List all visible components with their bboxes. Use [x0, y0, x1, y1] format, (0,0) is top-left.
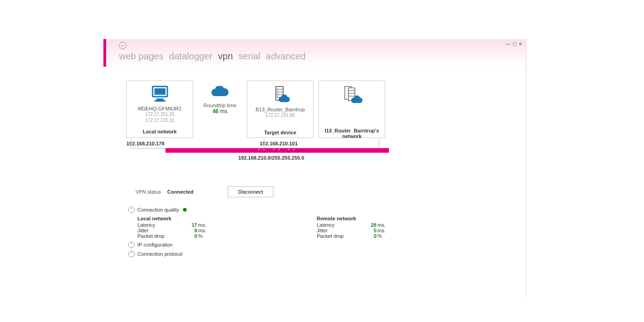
- svg-point-11: [277, 96, 278, 97]
- computer-icon: [150, 86, 170, 103]
- svg-rect-3: [154, 100, 165, 102]
- back-button[interactable]: ←: [119, 42, 126, 49]
- section-connection-quality[interactable]: ˄ Connection quality: [128, 207, 507, 213]
- local-node-label: Local network: [127, 129, 193, 134]
- local-drop-value: 0: [183, 233, 197, 239]
- remote-jitter-label: Jitter: [317, 228, 363, 233]
- rtt-number: 46: [212, 108, 218, 115]
- local-latency-label: Latency: [137, 222, 183, 228]
- disconnect-button[interactable]: Disconnect: [228, 186, 274, 197]
- rtt-label: Roundtrip time: [198, 103, 242, 108]
- vpn-status-row: VPN status Connected Disconnect: [136, 186, 507, 197]
- remote-latency-label: Latency: [317, 222, 363, 228]
- quality-status-dot-icon: [183, 208, 187, 212]
- target-node-label: Target device: [247, 130, 313, 135]
- cloud-icon: [211, 86, 230, 99]
- vpn-diagram: MDEHQ-GFM43R1 172.17.251.25 172.17.131.3…: [122, 80, 507, 172]
- remote-node-label: I13_Router_Barntrup's network: [319, 128, 385, 139]
- svg-rect-1: [154, 88, 165, 95]
- vpn-status-value: Connected: [167, 189, 194, 195]
- quality-local-column: Local network Latency17 ms. Jitter8 ms. …: [137, 216, 234, 239]
- section-ip-configuration[interactable]: ˅ IP configuration: [128, 242, 507, 248]
- local-node-name: MDEHQ-GFM43R1: [127, 106, 193, 111]
- content-area: MDEHQ-GFM43R1 172.17.251.25 172.17.131.3…: [103, 67, 526, 257]
- rtt-block: Roundtrip time 46 ms: [198, 80, 242, 115]
- maximize-button[interactable]: ▢: [513, 42, 517, 46]
- subnet-label: 192.168.210.0/255.255.255.0: [122, 155, 421, 161]
- remote-node: I13_Router_Barntrup's network: [319, 80, 385, 138]
- arrow-left-icon: ←: [120, 43, 125, 48]
- chevron-down-icon: ˅: [128, 251, 135, 257]
- local-node-ip1: 172.17.251.25: [127, 111, 193, 117]
- rtt-value: 46 ms: [198, 108, 242, 115]
- remote-jitter-value: 5: [363, 228, 376, 233]
- tab-web-pages[interactable]: web pages: [119, 51, 164, 62]
- rtt-unit: ms: [219, 108, 228, 115]
- section-ipconfig-title: IP configuration: [137, 242, 172, 247]
- remote-drop-label: Packet drop: [317, 233, 363, 239]
- target-node-name: B13_Router_Barntrup: [247, 107, 313, 112]
- local-node-ip2: 172.17.131.31: [127, 117, 193, 123]
- target-node: B13_Router_Barntrup 172.17.131.80 Target…: [247, 80, 313, 138]
- tab-serial[interactable]: serial: [239, 51, 261, 62]
- section-protocol-title: Connection protocol: [137, 251, 182, 257]
- quality-remote-column: Remote network Latency28 ms. Jitter5 ms.…: [317, 216, 413, 239]
- minimize-button[interactable]: —: [506, 42, 511, 46]
- close-button[interactable]: ✕: [519, 42, 522, 46]
- remote-latency-unit: ms.: [377, 222, 386, 228]
- local-latency-unit: ms.: [198, 222, 206, 228]
- svg-rect-2: [156, 98, 164, 100]
- svg-point-10: [277, 93, 278, 94]
- quality-panel: Local network Latency17 ms. Jitter8 ms. …: [137, 216, 507, 239]
- vpn-tunnel-bar: • • • • • •: [165, 148, 389, 153]
- router-cloud-icon: [269, 86, 291, 104]
- local-jitter-value: 8: [183, 228, 197, 233]
- quality-remote-title: Remote network: [317, 216, 413, 221]
- tab-bar: web pages datalogger vpn serial advanced: [119, 51, 521, 62]
- chevron-down-icon: ˅: [128, 242, 135, 248]
- svg-point-9: [277, 90, 278, 91]
- quality-local-title: Local network: [137, 216, 234, 221]
- tab-advanced[interactable]: advanced: [266, 51, 306, 62]
- local-jitter-unit: ms.: [198, 228, 206, 233]
- window-controls: — ▢ ✕: [506, 42, 522, 46]
- remote-latency-value: 28: [363, 222, 376, 228]
- tab-vpn[interactable]: vpn: [218, 51, 233, 62]
- section-connection-protocol[interactable]: ˅ Connection protocol: [128, 251, 507, 257]
- accent-bar: [103, 39, 106, 67]
- local-latency-value: 17: [183, 222, 197, 228]
- app-window: — ▢ ✕ ← web pages datalogger vpn serial …: [103, 39, 526, 297]
- window-header: — ▢ ✕ ← web pages datalogger vpn serial …: [103, 39, 526, 67]
- local-drop-unit: %: [198, 233, 203, 239]
- target-node-ip: 172.17.131.80: [247, 112, 313, 118]
- local-node: MDEHQ-GFM43R1 172.17.251.25 172.17.131.3…: [126, 80, 193, 138]
- servers-cloud-icon: [340, 86, 364, 104]
- vpn-status-label: VPN status: [136, 189, 161, 195]
- remote-drop-unit: %: [377, 233, 382, 239]
- chevron-up-icon: ˄: [128, 207, 135, 213]
- remote-jitter-unit: ms.: [377, 228, 386, 233]
- local-jitter-label: Jitter: [137, 228, 183, 233]
- remote-drop-value: 0: [363, 233, 376, 239]
- tab-datalogger[interactable]: datalogger: [169, 51, 213, 62]
- local-drop-label: Packet drop: [137, 233, 183, 239]
- section-quality-title: Connection quality: [137, 207, 179, 213]
